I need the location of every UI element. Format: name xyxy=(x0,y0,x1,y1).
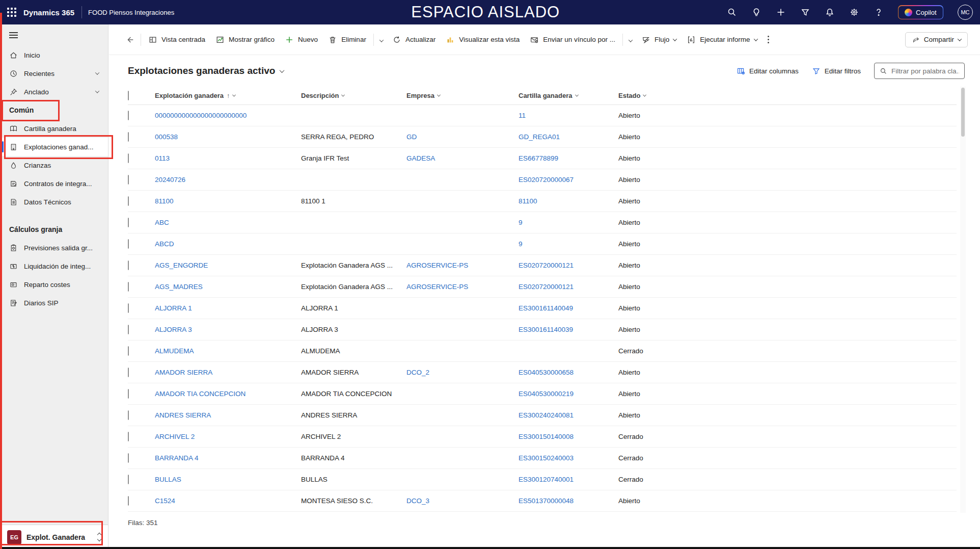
keyword-filter-input[interactable]: Filtrar por palabra cla... xyxy=(874,63,965,79)
explotacion-link[interactable]: 000538 xyxy=(155,133,178,141)
sidebar-item-crianzas[interactable]: Crianzas xyxy=(0,156,108,174)
row-checkbox[interactable] xyxy=(128,496,129,506)
explotacion-link[interactable]: AGS_ENGORDE xyxy=(155,262,208,269)
editar-columnas-button[interactable]: Editar columnas xyxy=(737,67,799,75)
actualizar-button[interactable]: Actualizar xyxy=(387,32,441,48)
empresa-link[interactable]: GD xyxy=(406,133,417,141)
row-checkbox[interactable] xyxy=(128,432,129,441)
row-checkbox[interactable] xyxy=(128,153,129,163)
sidebar-item-cartilla-ganadera[interactable]: Cartilla ganadera xyxy=(0,119,108,138)
enviar-vinculo-button[interactable]: Enviar un vínculo por ... xyxy=(525,32,620,48)
row-checkbox[interactable] xyxy=(128,196,129,206)
visualizar-vista-button[interactable]: Visualizar esta vista xyxy=(441,32,525,48)
explotacion-link[interactable]: AMADOR TIA CONCEPCION xyxy=(155,390,246,398)
cartilla-link[interactable]: ES300240240081 xyxy=(519,411,574,419)
cartilla-link[interactable]: ES040530000658 xyxy=(519,369,574,376)
notifications-icon[interactable] xyxy=(825,7,835,17)
explotacion-link[interactable]: ABCD xyxy=(155,240,174,248)
cartilla-link[interactable]: ES300161140049 xyxy=(519,304,573,312)
mostrar-grafico-button[interactable]: Mostrar gráfico xyxy=(210,32,280,48)
cartilla-link[interactable]: GD_REGA01 xyxy=(519,133,560,141)
waffle-menu-icon[interactable] xyxy=(0,0,23,24)
explotacion-link[interactable]: ABC xyxy=(155,219,169,226)
cartilla-link[interactable]: ES300120740001 xyxy=(519,476,574,483)
cartilla-link[interactable]: ES501370000048 xyxy=(519,497,574,505)
explotacion-link[interactable]: ALJORRA 3 xyxy=(155,326,192,333)
cartilla-link[interactable]: ES020720000121 xyxy=(519,283,574,291)
row-checkbox[interactable] xyxy=(128,410,129,420)
empresa-link[interactable]: DCO_2 xyxy=(406,369,429,376)
column-header-explotacion[interactable]: Explotación ganadera ↑ xyxy=(155,92,301,99)
cartilla-link[interactable]: 9 xyxy=(519,240,523,248)
eliminar-button[interactable]: Eliminar xyxy=(323,32,371,48)
sidebar-item-recientes[interactable]: Recientes xyxy=(0,64,108,83)
filter-icon[interactable] xyxy=(800,7,810,17)
hamburger-menu-icon[interactable] xyxy=(0,24,108,46)
row-checkbox[interactable] xyxy=(128,453,129,463)
row-checkbox[interactable] xyxy=(128,175,129,185)
row-checkbox[interactable] xyxy=(128,389,129,399)
cartilla-link[interactable]: ES66778899 xyxy=(519,154,558,162)
explotacion-link[interactable]: 20240726 xyxy=(155,176,185,184)
empresa-link[interactable]: DCO_3 xyxy=(406,497,429,505)
cartilla-link[interactable]: ES300161140039 xyxy=(519,326,573,333)
sidebar-item-explotaciones-ganaderas[interactable]: Explotaciones ganad... xyxy=(0,138,108,156)
sidebar-item-inicio[interactable]: Inicio xyxy=(0,46,108,64)
explotacion-link[interactable]: C1524 xyxy=(155,497,175,505)
search-icon[interactable] xyxy=(727,7,737,17)
overflow-chevron-button[interactable] xyxy=(376,32,387,48)
overflow-chevron-button[interactable] xyxy=(625,32,636,48)
explotacion-link[interactable]: BARRANDA 4 xyxy=(155,454,199,462)
cartilla-link[interactable]: ES300150240003 xyxy=(519,454,574,462)
explotacion-link[interactable]: ARCHIVEL 2 xyxy=(155,433,195,440)
row-checkbox[interactable] xyxy=(128,218,129,227)
sidebar-item-contratos[interactable]: Contratos de integra... xyxy=(0,174,108,193)
column-header-estado[interactable]: Estado xyxy=(618,92,957,99)
help-icon[interactable] xyxy=(874,7,884,17)
user-avatar[interactable]: MC xyxy=(958,5,973,20)
view-selector[interactable]: Explotaciones ganaderas activo xyxy=(128,65,284,76)
explotacion-link[interactable]: ALJORRA 1 xyxy=(155,304,192,312)
lightbulb-icon[interactable] xyxy=(751,7,761,17)
column-header-descripcion[interactable]: Descripción xyxy=(301,92,406,99)
row-checkbox[interactable] xyxy=(128,368,129,377)
row-checkbox[interactable] xyxy=(128,111,129,120)
ejecutar-informe-button[interactable]: Ejecutar informe xyxy=(682,32,762,48)
column-header-empresa[interactable]: Empresa xyxy=(406,92,519,99)
explotacion-link[interactable]: 0113 xyxy=(155,154,170,162)
empresa-link[interactable]: AGROSERVICE-PS xyxy=(406,283,468,291)
explotacion-link[interactable]: ALMUDEMA xyxy=(155,347,194,355)
cartilla-link[interactable]: ES020720000121 xyxy=(519,262,574,269)
row-checkbox[interactable] xyxy=(128,260,129,270)
grid-scrollbar-thumb[interactable] xyxy=(961,88,965,137)
column-header-cartilla[interactable]: Cartilla ganadera xyxy=(519,92,618,99)
more-commands-button[interactable] xyxy=(763,32,774,47)
sidebar-item-liquidacion[interactable]: Liquidación de integ... xyxy=(0,257,108,275)
environment-name[interactable]: FOOD Piensos Integraciones xyxy=(88,9,174,16)
app-title[interactable]: Dynamics 365 xyxy=(23,8,74,17)
cartilla-link[interactable]: ES300150140008 xyxy=(519,433,574,440)
row-checkbox[interactable] xyxy=(128,325,129,334)
nuevo-button[interactable]: Nuevo xyxy=(280,32,323,48)
row-checkbox[interactable] xyxy=(128,303,129,313)
explotacion-link[interactable]: AGS_MADRES xyxy=(155,283,203,291)
sidebar-item-previsiones[interactable]: Previsiones salida gr... xyxy=(0,239,108,257)
back-button[interactable] xyxy=(121,32,139,48)
cartilla-link[interactable]: 9 xyxy=(519,219,523,226)
cartilla-link[interactable]: ES020720000067 xyxy=(519,176,574,184)
vista-centrada-button[interactable]: Vista centrada xyxy=(143,32,210,48)
row-checkbox[interactable] xyxy=(128,132,129,142)
select-all-checkbox[interactable] xyxy=(128,91,129,100)
copilot-button[interactable]: Copilot xyxy=(898,5,943,19)
explotacion-link[interactable]: ANDRES SIERRA xyxy=(155,411,211,419)
settings-gear-icon[interactable] xyxy=(849,7,859,17)
row-checkbox[interactable] xyxy=(128,475,129,484)
area-switcher[interactable]: EG Explot. Ganadera xyxy=(0,525,108,549)
grid-scrollbar[interactable] xyxy=(960,87,966,513)
empresa-link[interactable]: AGROSERVICE-PS xyxy=(406,262,468,269)
row-checkbox[interactable] xyxy=(128,239,129,249)
cartilla-link[interactable]: ES040530000219 xyxy=(519,390,574,398)
row-checkbox[interactable] xyxy=(128,282,129,292)
flujo-button[interactable]: Flujo xyxy=(636,32,682,48)
explotacion-link[interactable]: AMADOR SIERRA xyxy=(155,369,212,376)
